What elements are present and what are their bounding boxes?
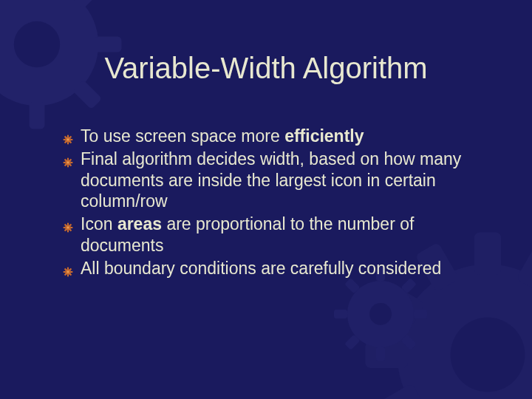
gear-bullet-icon: [63, 151, 73, 162]
bullet-emphasis: areas: [117, 214, 162, 233]
svg-rect-45: [67, 165, 69, 167]
svg-point-43: [67, 139, 69, 141]
bullet-list: To use screen space more efficiently Fin…: [44, 126, 488, 279]
svg-point-73: [67, 270, 69, 273]
bullet-item: To use screen space more efficiently: [63, 126, 488, 147]
svg-rect-37: [71, 139, 73, 140]
bullet-item: Final algorithm decides width, based on …: [63, 149, 488, 212]
svg-rect-56: [64, 227, 66, 228]
slide-title: Variable-Width Algorithm: [44, 52, 488, 85]
svg-rect-36: [64, 139, 66, 140]
svg-rect-55: [67, 231, 69, 233]
svg-rect-35: [67, 143, 69, 145]
svg-rect-34: [67, 135, 69, 137]
bullet-text: Icon: [81, 214, 117, 233]
bullet-text: Final algorithm decides width, based on …: [81, 149, 461, 211]
bullet-item: All boundary conditions are carefully co…: [63, 258, 488, 279]
gear-bullet-icon: [63, 216, 73, 227]
bullet-emphasis: efficiently: [284, 126, 364, 146]
gear-bullet-icon: [63, 261, 73, 271]
svg-rect-57: [71, 227, 73, 228]
gear-bullet-icon: [63, 129, 73, 139]
svg-rect-67: [71, 270, 73, 272]
svg-rect-54: [67, 223, 69, 225]
svg-rect-65: [67, 274, 69, 276]
bullet-text: All boundary conditions are carefully co…: [81, 259, 441, 278]
svg-point-53: [67, 161, 69, 163]
svg-rect-66: [64, 270, 66, 272]
slide: Variable-Width Algorithm To use screen s…: [0, 0, 532, 399]
bullet-text: To use screen space more: [81, 126, 284, 146]
svg-point-63: [67, 227, 69, 229]
bullet-item: Icon areas are proportional to the numbe…: [63, 214, 488, 256]
svg-rect-47: [71, 162, 73, 163]
svg-rect-46: [64, 162, 66, 163]
svg-rect-44: [67, 157, 69, 160]
svg-rect-64: [67, 267, 69, 269]
